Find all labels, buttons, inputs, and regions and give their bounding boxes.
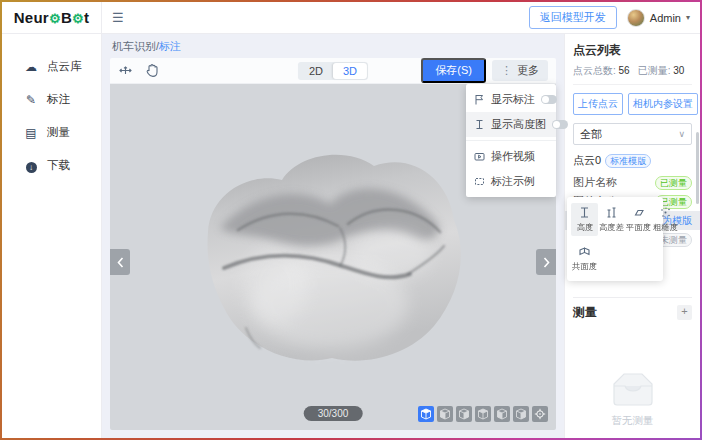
empty-state: 暂无测量 — [573, 370, 692, 438]
screenshot-frame: Neur⚙B⚙t ☰ 返回模型开发 Admin ▾ ☁ 点云库 ✎ 标注 — [0, 0, 702, 440]
measure-tools-popup: 高度 高度差 平面度 粗糙度 共面度 — [567, 197, 663, 281]
canvas-toolbar: 2D 3D 保存(S) ⋮ 更多 — [110, 58, 556, 84]
height-tool-icon — [578, 206, 591, 219]
neurobot-app: Neur⚙B⚙t ☰ 返回模型开发 Admin ▾ ☁ 点云库 ✎ 标注 — [2, 2, 700, 438]
sidebar-item-annotation[interactable]: ✎ 标注 — [2, 83, 101, 116]
show-heightmap-toggle[interactable] — [552, 120, 568, 129]
tool-coplanarity[interactable]: 共面度 — [571, 242, 598, 275]
cube-icon — [458, 408, 470, 420]
image-list-item[interactable]: 图片名称 已测量 — [573, 173, 692, 192]
collapse-sidebar-icon[interactable]: ☰ — [112, 10, 124, 25]
camera-params-button[interactable]: 相机内参设置 — [628, 93, 698, 115]
menu-item-label: 显示高度图 — [491, 117, 546, 132]
mode-2d-button[interactable]: 2D — [299, 63, 333, 79]
chevron-right-icon — [543, 257, 550, 268]
cube-icon — [515, 408, 527, 420]
tool-label: 粗糙度 — [653, 222, 678, 234]
view-top-button[interactable] — [513, 406, 529, 422]
gear-icon: ⚙ — [72, 11, 84, 26]
tool-height[interactable]: 高度 — [571, 203, 598, 236]
add-measure-button[interactable]: + — [677, 305, 692, 320]
height-map-icon — [474, 119, 485, 130]
breadcrumb-parent[interactable]: 机车识别 — [112, 40, 156, 52]
sidebar-item-label: 标注 — [47, 92, 70, 107]
tool-height-diff[interactable]: 高度差 — [598, 203, 625, 236]
breadcrumb-current: 标注 — [159, 40, 181, 52]
hand-pan-icon[interactable] — [145, 63, 159, 78]
panel-title: 点云列表 — [573, 42, 692, 59]
prev-image-button[interactable] — [110, 249, 130, 275]
menu-item-label: 显示标注 — [491, 92, 535, 107]
coplanarity-tool-icon — [578, 245, 591, 258]
logo-area: Neur⚙B⚙t — [2, 2, 102, 33]
show-annotations-toggle[interactable] — [541, 95, 557, 104]
header-bar: ☰ 返回模型开发 Admin ▾ — [102, 2, 700, 33]
scrollbar[interactable] — [696, 132, 699, 204]
canvas-card: 2D 3D 保存(S) ⋮ 更多 — [110, 58, 556, 430]
cube-icon — [439, 408, 451, 420]
view-left-button[interactable] — [475, 406, 491, 422]
chevron-down-icon: ▾ — [686, 13, 690, 22]
frame-icon — [474, 176, 485, 187]
ruler-icon: ▤ — [24, 126, 38, 140]
more-button[interactable]: ⋮ 更多 — [492, 60, 548, 81]
tool-label: 高度差 — [599, 222, 624, 234]
gear-icon: ⚙ — [49, 11, 61, 26]
chevron-left-icon — [117, 257, 124, 268]
target-icon — [534, 408, 546, 420]
menu-item-label: 标注示例 — [491, 174, 548, 189]
view-back-button[interactable] — [456, 406, 472, 422]
tooth-3d-model[interactable] — [180, 132, 470, 372]
height-diff-tool-icon — [605, 206, 618, 219]
measured-count: 30 — [673, 65, 684, 76]
cube-icon — [477, 408, 489, 420]
move-icon[interactable] — [118, 63, 133, 78]
main-content: 机车识别/标注 2D 3D — [102, 34, 564, 438]
app-logo: Neur⚙B⚙t — [14, 9, 90, 26]
total-count: 56 — [619, 65, 630, 76]
next-image-button[interactable] — [536, 249, 556, 275]
user-menu[interactable]: Admin ▾ — [627, 9, 690, 27]
tool-label: 高度 — [576, 222, 593, 234]
mode-3d-button[interactable]: 3D — [333, 63, 367, 79]
tool-label: 平面度 — [626, 222, 651, 234]
flatness-tool-icon — [632, 206, 645, 219]
filter-select[interactable]: 全部 ∨ — [573, 123, 692, 145]
menu-item-annotation-example[interactable]: 标注示例 — [466, 169, 556, 194]
empty-text: 暂无测量 — [612, 414, 654, 428]
measure-title: 测量 — [573, 304, 597, 321]
page-indicator: 30/300 — [304, 406, 363, 421]
sidebar-item-label: 测量 — [47, 125, 70, 140]
tool-label: 共面度 — [572, 261, 597, 273]
pointcloud-group-row[interactable]: 点云0 标准模版 — [573, 153, 692, 168]
view-front-button[interactable] — [437, 406, 453, 422]
save-button[interactable]: 保存(S) — [421, 58, 486, 83]
menu-item-show-annotations[interactable]: 显示标注 — [466, 87, 556, 112]
filter-value: 全部 — [580, 127, 602, 142]
sidebar-item-measure[interactable]: ▤ 测量 — [2, 116, 101, 149]
avatar — [627, 9, 645, 27]
sidebar-item-download[interactable]: ↓ 下载 — [2, 149, 101, 182]
reset-view-button[interactable] — [532, 406, 548, 422]
chevron-down-icon: ∨ — [678, 129, 685, 139]
pencil-icon: ✎ — [24, 93, 38, 107]
more-dots-icon: ⋮ — [501, 64, 512, 77]
template-badge: 标准模版 — [605, 154, 651, 168]
menu-item-tutorial-video[interactable]: 操作视频 — [466, 144, 556, 169]
upload-pointcloud-button[interactable]: 上传点云 — [573, 93, 623, 115]
view-iso-button[interactable] — [418, 406, 434, 422]
roughness-tool-icon — [659, 206, 672, 219]
menu-divider — [466, 140, 556, 141]
back-to-model-dev-button[interactable]: 返回模型开发 — [529, 6, 617, 29]
group-name: 点云0 — [573, 153, 601, 168]
sidebar-item-label: 点云库 — [47, 59, 82, 74]
menu-item-show-heightmap[interactable]: 显示高度图 — [466, 112, 556, 137]
view-right-button[interactable] — [494, 406, 510, 422]
more-dropdown-menu: 显示标注 显示高度图 操作 — [466, 84, 556, 197]
sidebar-item-pointcloud-library[interactable]: ☁ 点云库 — [2, 50, 101, 83]
pointcloud-panel: 点云列表 点云总数: 56 已测量: 30 上传点云 相机内参设置 全部 ∨ 点… — [564, 34, 700, 438]
tool-flatness[interactable]: 平面度 — [625, 203, 652, 236]
user-name: Admin — [650, 12, 681, 24]
breadcrumb: 机车识别/标注 — [102, 34, 564, 58]
tool-roughness[interactable]: 粗糙度 — [652, 203, 679, 236]
